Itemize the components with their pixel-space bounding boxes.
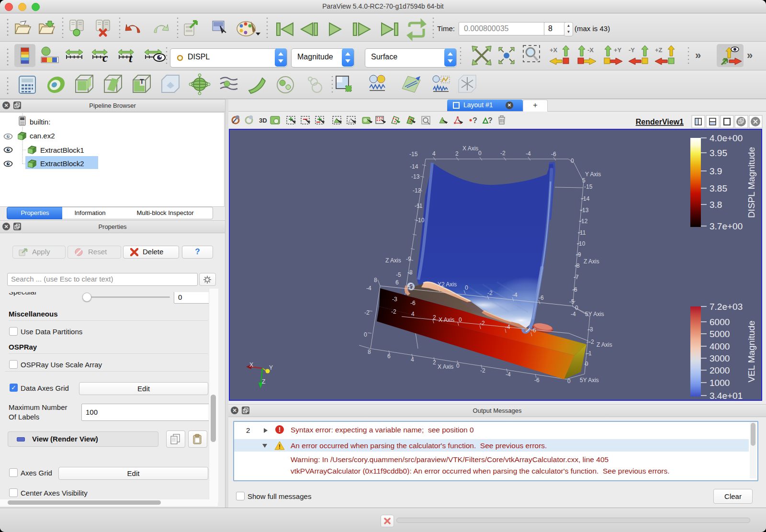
svg-text:+Y: +Y (614, 46, 622, 54)
svg-text:4: 4 (411, 356, 414, 363)
svg-text:-4: -4 (366, 285, 372, 292)
svg-text:-4: -4 (526, 150, 531, 157)
svg-text:-2: -2 (500, 150, 506, 157)
svg-text:-2: -2 (364, 309, 370, 316)
svg-text:Y Axis: Y Axis (585, 171, 601, 178)
svg-text:-1: -1 (586, 350, 592, 357)
svg-text:-8: -8 (407, 269, 413, 276)
svg-text:2: 2 (455, 150, 459, 157)
svg-text:0: 0 (459, 317, 462, 323)
svg-text:-3: -3 (588, 326, 593, 333)
svg-text:-10: -10 (416, 217, 425, 224)
svg-text:-Y: -Y (629, 46, 635, 54)
svg-text:-6: -6 (410, 300, 416, 306)
svg-text:-13: -13 (411, 173, 420, 180)
svg-text:-2: -2 (589, 339, 594, 345)
svg-text:X: X (249, 362, 253, 368)
svg-text:4: 4 (432, 150, 436, 157)
svg-text:-8: -8 (574, 262, 580, 269)
svg-text:-13: -13 (580, 207, 589, 214)
svg-text:2000: 2000 (710, 365, 730, 375)
svg-text:-12: -12 (579, 218, 588, 225)
svg-text:Z Axis: Z Axis (584, 258, 599, 265)
svg-text:-5: -5 (569, 298, 574, 305)
svg-text:3.4e+01: 3.4e+01 (710, 391, 743, 401)
svg-text:6: 6 (387, 353, 391, 360)
svg-text:5Y Axis: 5Y Axis (585, 311, 604, 317)
svg-text:DISPL Magnitude: DISPL Magnitude (746, 147, 756, 218)
svg-text:5: 5 (582, 177, 586, 184)
svg-text:-14: -14 (410, 163, 418, 170)
svg-text:can.ex2: can.ex2 (30, 132, 55, 140)
svg-text:ExtractBlock2: ExtractBlock2 (40, 159, 84, 168)
svg-text:X Axis: X Axis (462, 145, 478, 152)
svg-text:3.7e+00: 3.7e+00 (710, 221, 743, 231)
svg-text:4: 4 (407, 283, 411, 289)
svg-text:0: 0 (478, 150, 482, 157)
svg-text:0: 0 (571, 158, 574, 164)
svg-text:0: 0 (575, 305, 578, 311)
svg-text:+X: +X (550, 46, 558, 54)
svg-text:5Y Axis: 5Y Axis (580, 377, 599, 384)
svg-text:X Axis: X Axis (438, 363, 453, 370)
svg-text:Y: Y (269, 364, 273, 371)
svg-text:8: 8 (374, 277, 377, 283)
svg-text:7.2e+03: 7.2e+03 (710, 302, 743, 312)
svg-text:-2: -2 (487, 290, 493, 296)
svg-text:-4: -4 (512, 292, 518, 298)
svg-text:t: t (129, 51, 133, 65)
svg-text:Z Axis: Z Axis (385, 257, 401, 264)
svg-text:0: 0 (585, 361, 588, 367)
svg-text:-14: -14 (581, 195, 590, 202)
svg-text:!: ! (279, 426, 281, 433)
svg-text:ExtractBlock1: ExtractBlock1 (40, 146, 84, 154)
svg-text:2: 2 (433, 314, 436, 321)
svg-text:0: 0 (456, 362, 460, 369)
svg-text:»: » (695, 49, 701, 61)
svg-text:2: 2 (433, 359, 436, 366)
svg-text:-3: -3 (392, 296, 397, 303)
svg-text:-6: -6 (539, 294, 544, 301)
svg-text:3.8: 3.8 (710, 200, 722, 210)
svg-text:X Axis: X Axis (439, 317, 454, 323)
svg-text:Z: Z (262, 378, 265, 385)
svg-text:3D: 3D (259, 117, 267, 124)
svg-text:3.95: 3.95 (710, 148, 727, 158)
svg-text:-2: -2 (480, 320, 485, 327)
svg-text:-12: -12 (413, 187, 421, 194)
svg-text:-6: -6 (572, 286, 577, 293)
svg-text:-10: -10 (577, 240, 586, 247)
svg-text:?: ? (488, 116, 493, 125)
svg-text:-6: -6 (531, 327, 536, 334)
svg-text:?: ? (473, 116, 477, 125)
svg-text:builtin:: builtin: (30, 118, 50, 126)
svg-text:-6: -6 (534, 377, 540, 384)
svg-text:»: » (747, 49, 753, 61)
svg-text:3.85: 3.85 (710, 183, 727, 193)
svg-text:-2: -2 (391, 308, 396, 315)
svg-text:-9: -9 (406, 256, 411, 262)
svg-text:+Z: +Z (655, 46, 663, 54)
svg-text:-4: -4 (571, 311, 576, 317)
svg-text:-5: -5 (396, 272, 401, 278)
svg-text:4.0e+00: 4.0e+00 (710, 133, 743, 143)
svg-text:c: c (102, 51, 108, 65)
svg-text:VEL Magnitude: VEL Magnitude (746, 320, 756, 382)
svg-text:-15: -15 (409, 151, 418, 158)
svg-text:-4: -4 (505, 324, 510, 330)
svg-text:-11: -11 (578, 229, 586, 236)
svg-text:-X: -X (587, 46, 594, 54)
svg-text:5000: 5000 (710, 329, 730, 339)
svg-text:-4: -4 (506, 371, 511, 378)
svg-text:4: 4 (411, 311, 415, 317)
svg-text:1000: 1000 (710, 378, 730, 388)
svg-text:-2: -2 (480, 367, 485, 374)
svg-text:3000: 3000 (710, 353, 730, 363)
svg-text:3.9: 3.9 (710, 166, 722, 176)
svg-text:0: 0 (364, 331, 367, 338)
svg-text:T: T (140, 78, 144, 85)
svg-text:6: 6 (395, 279, 399, 286)
svg-text:-7: -7 (574, 274, 579, 281)
svg-text:0: 0 (465, 284, 468, 291)
svg-text:0: 0 (567, 378, 571, 385)
